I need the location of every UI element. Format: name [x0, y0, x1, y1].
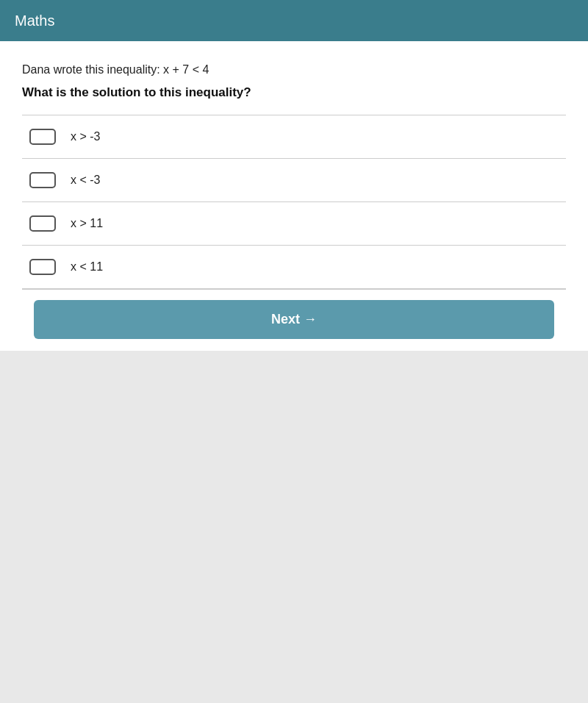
next-button-container: Next → — [22, 289, 566, 351]
options-container: x > -3 x < -3 x > 11 x < 11 — [22, 115, 566, 289]
option-b[interactable]: x < -3 — [22, 159, 566, 202]
option-a-label: x > -3 — [71, 130, 100, 143]
content-area: Dana wrote this inequality: x + 7 < 4 Wh… — [0, 41, 588, 351]
grey-area — [0, 351, 588, 638]
option-a[interactable]: x > -3 — [22, 115, 566, 159]
app-header: Maths — [0, 0, 588, 41]
option-c[interactable]: x > 11 — [22, 202, 566, 246]
question-intro: Dana wrote this inequality: x + 7 < 4 — [22, 63, 566, 76]
option-d[interactable]: x < 11 — [22, 246, 566, 289]
option-b-label: x < -3 — [71, 174, 100, 187]
option-c-icon — [29, 215, 56, 232]
option-d-icon — [29, 259, 56, 275]
option-b-icon — [29, 172, 56, 188]
option-a-icon — [29, 129, 56, 145]
next-button[interactable]: Next → — [34, 300, 554, 339]
next-button-label: Next → — [271, 312, 317, 327]
option-c-label: x > 11 — [71, 217, 103, 230]
option-d-label: x < 11 — [71, 260, 103, 274]
question-text: What is the solution to this inequality? — [22, 85, 566, 100]
header-title: Maths — [15, 13, 54, 29]
